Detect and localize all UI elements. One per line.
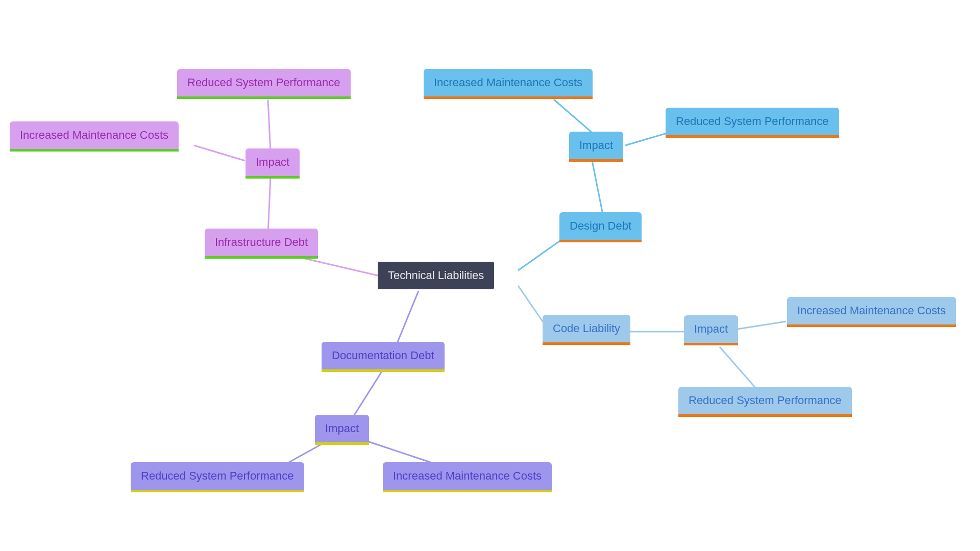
infrastructure-node: Infrastructure Debt: [205, 229, 318, 259]
code-item1-node: Increased Maintenance Costs: [787, 297, 956, 327]
infrastructure-impact-label: Impact: [256, 156, 289, 168]
design-impact-label: Impact: [579, 139, 613, 152]
code-item1-label: Increased Maintenance Costs: [797, 304, 946, 317]
code-impact-label: Impact: [694, 322, 728, 335]
svg-line-8: [518, 286, 546, 327]
svg-line-7: [625, 133, 669, 145]
svg-line-6: [554, 99, 592, 133]
svg-line-5: [592, 161, 602, 212]
svg-line-10: [738, 321, 786, 329]
design-item2-label: Reduced System Performance: [676, 115, 829, 128]
infrastructure-item1-node: Reduced System Performance: [177, 69, 351, 99]
documentation-label: Documentation Debt: [332, 349, 434, 362]
design-item1-label: Increased Maintenance Costs: [434, 76, 582, 89]
root-node: Technical Liabilities: [378, 262, 494, 289]
svg-line-12: [396, 291, 419, 347]
documentation-impact-node: Impact: [315, 415, 369, 445]
design-label: Design Debt: [570, 219, 631, 232]
documentation-item2-node: Increased Maintenance Costs: [383, 462, 552, 492]
design-node: Design Debt: [559, 212, 642, 242]
documentation-impact-label: Impact: [325, 422, 359, 435]
svg-line-4: [518, 240, 561, 270]
svg-line-1: [268, 176, 271, 235]
svg-line-3: [194, 145, 245, 161]
infrastructure-item2-label: Increased Maintenance Costs: [20, 129, 168, 141]
svg-line-11: [720, 347, 755, 388]
code-label: Code Liability: [553, 322, 620, 335]
infrastructure-item1-label: Reduced System Performance: [187, 76, 340, 89]
design-impact-node: Impact: [569, 132, 623, 162]
root-label: Technical Liabilities: [388, 269, 484, 282]
documentation-item2-label: Increased Maintenance Costs: [393, 469, 542, 482]
infrastructure-impact-node: Impact: [246, 148, 300, 179]
documentation-item1-label: Reduced System Performance: [141, 469, 294, 482]
svg-line-13: [352, 370, 383, 418]
code-item2-node: Reduced System Performance: [678, 387, 852, 417]
code-impact-node: Impact: [684, 315, 738, 345]
design-item1-node: Increased Maintenance Costs: [424, 69, 593, 99]
infrastructure-label: Infrastructure Debt: [215, 236, 308, 248]
infrastructure-item2-node: Increased Maintenance Costs: [10, 121, 179, 152]
documentation-node: Documentation Debt: [322, 342, 445, 372]
code-node: Code Liability: [543, 315, 630, 345]
svg-line-2: [268, 99, 271, 153]
design-item2-node: Reduced System Performance: [666, 108, 839, 138]
code-item2-label: Reduced System Performance: [689, 394, 842, 407]
documentation-item1-node: Reduced System Performance: [131, 462, 304, 492]
